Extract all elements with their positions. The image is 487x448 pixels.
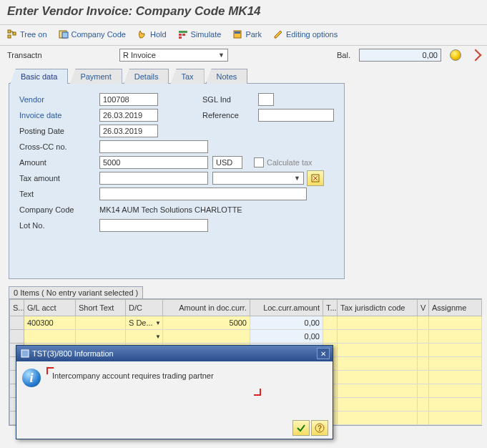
v-cell[interactable]	[418, 371, 428, 384]
tax-juris-cell[interactable]	[338, 398, 417, 411]
v-cell[interactable]	[418, 330, 428, 343]
v-cell[interactable]	[418, 412, 428, 424]
t-cell[interactable]	[323, 330, 337, 343]
posting-date-input[interactable]: 26.03.2019	[99, 125, 158, 137]
vendor-label: Vendor	[19, 95, 99, 104]
amount-label: Amount	[19, 158, 99, 167]
col-v[interactable]: V	[418, 300, 429, 316]
tree-on-button[interactable]: Tree on	[7, 29, 47, 39]
tab-tax-label: Tax	[181, 72, 193, 81]
lot-no-label: Lot No.	[19, 221, 99, 230]
amount-doc-cell[interactable]: 5000	[163, 316, 250, 329]
assignment-cell[interactable]	[429, 412, 481, 424]
gl-acct-cell[interactable]: 400300	[24, 316, 75, 329]
invoice-date-input[interactable]: 26.03.2019	[99, 109, 158, 122]
row-selector[interactable]	[10, 316, 24, 330]
sgl-input[interactable]	[258, 93, 274, 106]
tax-juris-cell[interactable]	[338, 384, 417, 397]
short-text-cell[interactable]	[76, 330, 125, 343]
tax-juris-cell[interactable]	[338, 330, 417, 343]
editing-options-label: Editing options	[286, 30, 338, 39]
dialog-message: Intercompany account requires trading pa…	[52, 371, 214, 380]
tax-juris-cell[interactable]	[338, 357, 417, 370]
assignment-cell[interactable]	[429, 344, 481, 356]
park-button[interactable]: Park	[232, 29, 262, 39]
amount-value: 5000	[103, 158, 120, 167]
company-code-button[interactable]: Company Code	[59, 29, 126, 39]
tax-juris-cell[interactable]	[338, 344, 417, 356]
v-cell[interactable]	[418, 384, 428, 397]
tab-tax[interactable]: Tax	[170, 69, 204, 84]
text-input[interactable]	[99, 188, 307, 200]
loc-amount-cell: 0,00	[250, 316, 323, 329]
tax-juris-cell[interactable]	[338, 316, 417, 329]
reference-input[interactable]	[258, 109, 334, 122]
info-dialog: TST(3)/800 Information ✕ i Intercompany …	[16, 345, 333, 439]
tab-strip: Basic data Payment Details Tax Notes	[10, 69, 487, 84]
col-amount-doc[interactable]: Amount in doc.curr.	[163, 300, 250, 316]
tab-payment[interactable]: Payment	[69, 69, 122, 84]
v-cell[interactable]	[418, 398, 428, 411]
col-status[interactable]: S...	[10, 300, 24, 316]
tab-notes[interactable]: Notes	[206, 69, 248, 84]
assignment-cell[interactable]	[429, 384, 481, 397]
gl-acct-cell[interactable]	[24, 330, 75, 343]
tax-juris-cell[interactable]	[338, 412, 417, 424]
tax-amount-label: Tax amount	[19, 174, 99, 182]
hold-button[interactable]: Hold	[137, 29, 167, 39]
tax-amount-input[interactable]	[99, 172, 208, 185]
t-cell[interactable]	[323, 316, 337, 329]
cross-cc-input[interactable]	[99, 140, 208, 153]
gl-acct-value: 400300	[27, 318, 54, 327]
v-cell[interactable]	[418, 357, 428, 370]
close-button[interactable]: ✕	[317, 348, 330, 359]
grid-header: 0 Items ( No entry variant selected )	[9, 286, 487, 298]
amount-input[interactable]: 5000	[99, 156, 208, 169]
assignment-cell[interactable]	[429, 316, 481, 329]
col-gl-acct[interactable]: G/L acct	[24, 300, 76, 316]
col-tax-juris[interactable]: Tax jurisdictn code	[338, 300, 418, 316]
simulate-button[interactable]: Simulate	[178, 29, 222, 39]
transaction-select[interactable]: R Invoice ▼	[119, 49, 228, 62]
dialog-title-bar[interactable]: TST(3)/800 Information ✕	[16, 346, 333, 361]
amount-doc-value: 5000	[230, 318, 247, 327]
assignment-cell[interactable]	[429, 330, 481, 343]
dc-cell[interactable]: S De...▼	[126, 316, 162, 329]
col-short-text[interactable]: Short Text	[76, 300, 126, 316]
svg-rect-5	[179, 31, 187, 33]
short-text-cell[interactable]	[76, 316, 125, 329]
tax-code-select[interactable]: ▼	[212, 172, 304, 185]
assignment-cell[interactable]	[429, 398, 481, 411]
assignment-cell[interactable]	[429, 371, 481, 384]
tab-details[interactable]: Details	[124, 69, 169, 84]
v-cell[interactable]	[418, 316, 428, 329]
grid-row: ▼ 0,00	[10, 330, 482, 344]
editing-options-button[interactable]: Editing options	[273, 29, 338, 39]
tab-details-label: Details	[134, 72, 159, 81]
vendor-input[interactable]: 100708	[99, 93, 158, 106]
row-selector[interactable]	[10, 330, 24, 344]
col-dc[interactable]: D/C	[126, 300, 163, 316]
hold-icon	[137, 29, 147, 39]
help-button[interactable]: ?	[311, 420, 328, 436]
tab-basic-data[interactable]: Basic data	[10, 69, 68, 84]
tax-detail-button[interactable]	[307, 170, 324, 186]
dc-cell[interactable]: ▼	[126, 330, 162, 343]
currency-input[interactable]: USD	[212, 156, 242, 169]
calculate-tax-checkbox[interactable]	[254, 157, 264, 167]
svg-rect-8	[179, 36, 182, 39]
amount-doc-cell[interactable]	[163, 330, 250, 343]
lot-no-input[interactable]	[99, 219, 208, 232]
tax-juris-cell[interactable]	[338, 371, 417, 384]
col-loc-amount[interactable]: Loc.curr.amount	[250, 300, 323, 316]
svg-rect-1	[8, 35, 11, 38]
col-t[interactable]: T...	[323, 300, 338, 316]
transaction-label: Transactn	[7, 51, 111, 59]
corner-decoration	[254, 389, 261, 396]
col-assignment[interactable]: Assignme	[429, 300, 482, 316]
v-cell[interactable]	[418, 344, 428, 356]
sgl-label: SGL Ind	[202, 95, 258, 104]
assignment-cell[interactable]	[429, 357, 481, 370]
company-code-icon	[59, 29, 69, 39]
ok-button[interactable]	[292, 420, 310, 436]
